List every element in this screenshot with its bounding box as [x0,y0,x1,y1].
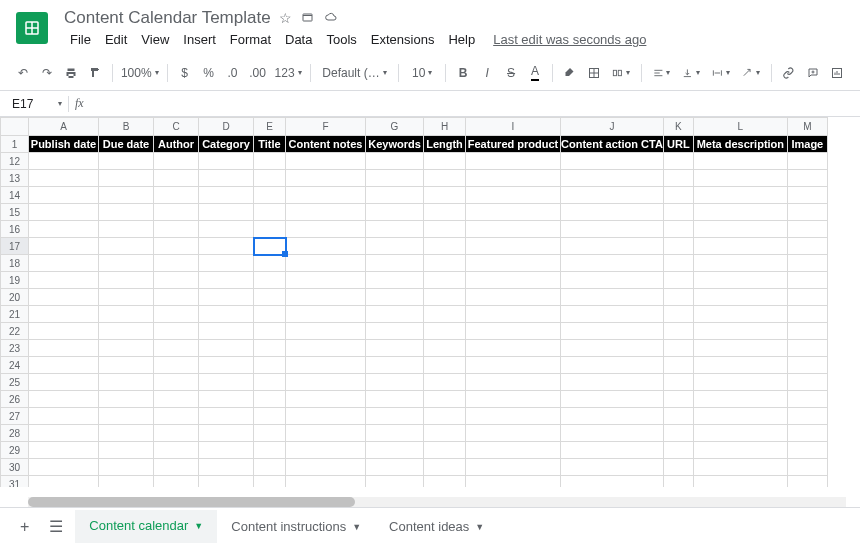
cloud-icon[interactable] [323,10,339,26]
cell-D18[interactable] [199,255,254,272]
cell-E19[interactable] [254,272,286,289]
row-header-24[interactable]: 24 [1,357,29,374]
cell-C22[interactable] [154,323,199,340]
cell-E13[interactable] [254,170,286,187]
cell-K18[interactable] [663,255,693,272]
cell-K27[interactable] [663,408,693,425]
header-cell-B[interactable]: Due date [99,136,154,153]
cell-J30[interactable] [561,459,664,476]
col-header-I[interactable]: I [466,118,561,136]
cell-H16[interactable] [424,221,466,238]
cell-D17[interactable] [199,238,254,255]
cell-K26[interactable] [663,391,693,408]
menu-tools[interactable]: Tools [320,30,362,49]
cell-M22[interactable] [787,323,827,340]
zoom-dropdown[interactable]: 100% [119,61,161,85]
cell-F24[interactable] [286,357,366,374]
sheet-tab-content-ideas[interactable]: Content ideas▼ [375,510,498,543]
cell-E25[interactable] [254,374,286,391]
cell-G19[interactable] [366,272,424,289]
cell-M19[interactable] [787,272,827,289]
row-header-12[interactable]: 12 [1,153,29,170]
cell-A12[interactable] [29,153,99,170]
cell-I20[interactable] [466,289,561,306]
cell-J28[interactable] [561,425,664,442]
cell-H28[interactable] [424,425,466,442]
header-cell-F[interactable]: Content notes [286,136,366,153]
cell-D21[interactable] [199,306,254,323]
cell-B22[interactable] [99,323,154,340]
cell-M12[interactable] [787,153,827,170]
cell-K19[interactable] [663,272,693,289]
col-header-A[interactable]: A [29,118,99,136]
cell-J12[interactable] [561,153,664,170]
header-cell-K[interactable]: URL [663,136,693,153]
rotate-button[interactable] [737,61,765,85]
row-header-29[interactable]: 29 [1,442,29,459]
cell-C24[interactable] [154,357,199,374]
cell-L26[interactable] [693,391,787,408]
cell-B20[interactable] [99,289,154,306]
cell-D24[interactable] [199,357,254,374]
header-cell-D[interactable]: Category [199,136,254,153]
cell-D20[interactable] [199,289,254,306]
cell-L22[interactable] [693,323,787,340]
cell-L31[interactable] [693,476,787,488]
cell-H31[interactable] [424,476,466,488]
cell-K29[interactable] [663,442,693,459]
cell-E15[interactable] [254,204,286,221]
cell-I22[interactable] [466,323,561,340]
cell-D12[interactable] [199,153,254,170]
cell-K22[interactable] [663,323,693,340]
header-cell-E[interactable]: Title [254,136,286,153]
cell-F13[interactable] [286,170,366,187]
cell-K24[interactable] [663,357,693,374]
header-cell-H[interactable]: Length [424,136,466,153]
menu-edit[interactable]: Edit [99,30,133,49]
cell-B30[interactable] [99,459,154,476]
cell-A25[interactable] [29,374,99,391]
cell-F29[interactable] [286,442,366,459]
cell-M15[interactable] [787,204,827,221]
row-header-16[interactable]: 16 [1,221,29,238]
cell-L21[interactable] [693,306,787,323]
cell-H21[interactable] [424,306,466,323]
cell-J26[interactable] [561,391,664,408]
cell-F21[interactable] [286,306,366,323]
cell-L17[interactable] [693,238,787,255]
cell-B15[interactable] [99,204,154,221]
cell-M25[interactable] [787,374,827,391]
cell-J14[interactable] [561,187,664,204]
cell-A21[interactable] [29,306,99,323]
cell-L23[interactable] [693,340,787,357]
cell-F28[interactable] [286,425,366,442]
cell-G26[interactable] [366,391,424,408]
cell-J13[interactable] [561,170,664,187]
cell-C18[interactable] [154,255,199,272]
col-header-J[interactable]: J [561,118,664,136]
cell-I26[interactable] [466,391,561,408]
cell-D25[interactable] [199,374,254,391]
cell-G18[interactable] [366,255,424,272]
cell-C19[interactable] [154,272,199,289]
cell-M23[interactable] [787,340,827,357]
cell-F16[interactable] [286,221,366,238]
cell-H12[interactable] [424,153,466,170]
cell-E29[interactable] [254,442,286,459]
cell-J16[interactable] [561,221,664,238]
cell-L27[interactable] [693,408,787,425]
cell-I21[interactable] [466,306,561,323]
cell-B26[interactable] [99,391,154,408]
cell-D29[interactable] [199,442,254,459]
cell-G15[interactable] [366,204,424,221]
row-header-25[interactable]: 25 [1,374,29,391]
row-header-30[interactable]: 30 [1,459,29,476]
cell-G13[interactable] [366,170,424,187]
cell-J18[interactable] [561,255,664,272]
cell-A22[interactable] [29,323,99,340]
v-align-button[interactable] [677,61,705,85]
more-formats-dropdown[interactable]: 123 [272,61,305,85]
paint-format-button[interactable] [84,61,106,85]
cell-G17[interactable] [366,238,424,255]
cell-C30[interactable] [154,459,199,476]
